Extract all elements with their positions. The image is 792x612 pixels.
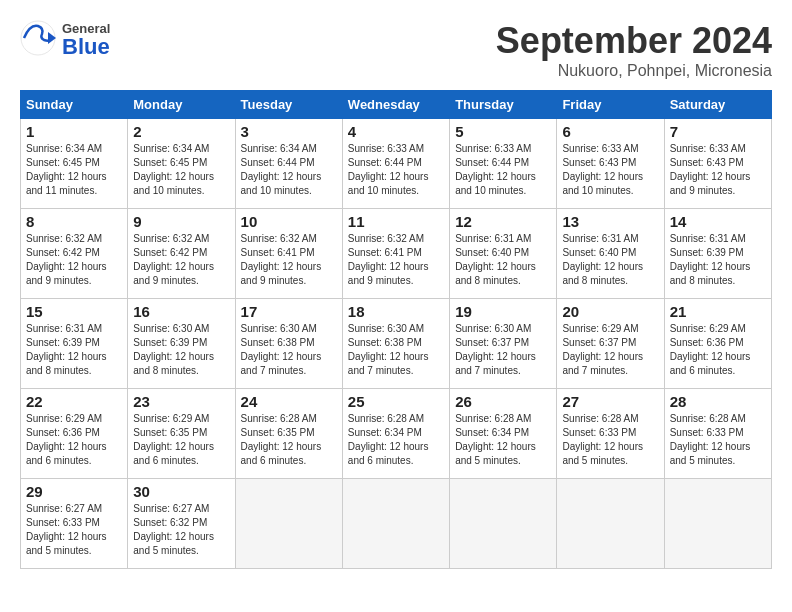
logo-blue-text: Blue (62, 36, 110, 58)
title-block: September 2024 Nukuoro, Pohnpei, Microne… (496, 20, 772, 80)
calendar-table: Sunday Monday Tuesday Wednesday Thursday… (20, 90, 772, 569)
week-3-row: 15 Sunrise: 6:31 AM Sunset: 6:39 PM Dayl… (21, 299, 772, 389)
day-18: 18 Sunrise: 6:30 AM Sunset: 6:38 PM Dayl… (342, 299, 449, 389)
location-text: Nukuoro, Pohnpei, Micronesia (496, 62, 772, 80)
days-header-row: Sunday Monday Tuesday Wednesday Thursday… (21, 91, 772, 119)
day-15: 15 Sunrise: 6:31 AM Sunset: 6:39 PM Dayl… (21, 299, 128, 389)
header-sunday: Sunday (21, 91, 128, 119)
header-monday: Monday (128, 91, 235, 119)
week-4-row: 22 Sunrise: 6:29 AM Sunset: 6:36 PM Dayl… (21, 389, 772, 479)
day-11: 11 Sunrise: 6:32 AM Sunset: 6:41 PM Dayl… (342, 209, 449, 299)
day-23: 23 Sunrise: 6:29 AM Sunset: 6:35 PM Dayl… (128, 389, 235, 479)
day-14: 14 Sunrise: 6:31 AM Sunset: 6:39 PM Dayl… (664, 209, 771, 299)
empty-cell-1 (235, 479, 342, 569)
header-friday: Friday (557, 91, 664, 119)
logo: General Blue (20, 20, 110, 60)
day-5: 5 Sunrise: 6:33 AM Sunset: 6:44 PM Dayli… (450, 119, 557, 209)
empty-cell-5 (664, 479, 771, 569)
empty-cell-4 (557, 479, 664, 569)
day-24: 24 Sunrise: 6:28 AM Sunset: 6:35 PM Dayl… (235, 389, 342, 479)
day-29: 29 Sunrise: 6:27 AM Sunset: 6:33 PM Dayl… (21, 479, 128, 569)
day-26: 26 Sunrise: 6:28 AM Sunset: 6:34 PM Dayl… (450, 389, 557, 479)
day-4: 4 Sunrise: 6:33 AM Sunset: 6:44 PM Dayli… (342, 119, 449, 209)
day-27: 27 Sunrise: 6:28 AM Sunset: 6:33 PM Dayl… (557, 389, 664, 479)
empty-cell-2 (342, 479, 449, 569)
day-8: 8 Sunrise: 6:32 AM Sunset: 6:42 PM Dayli… (21, 209, 128, 299)
day-1: 1 Sunrise: 6:34 AM Sunset: 6:45 PM Dayli… (21, 119, 128, 209)
day-21: 21 Sunrise: 6:29 AM Sunset: 6:36 PM Dayl… (664, 299, 771, 389)
week-5-row: 29 Sunrise: 6:27 AM Sunset: 6:33 PM Dayl… (21, 479, 772, 569)
day-12: 12 Sunrise: 6:31 AM Sunset: 6:40 PM Dayl… (450, 209, 557, 299)
day-28: 28 Sunrise: 6:28 AM Sunset: 6:33 PM Dayl… (664, 389, 771, 479)
day-16: 16 Sunrise: 6:30 AM Sunset: 6:39 PM Dayl… (128, 299, 235, 389)
day-3: 3 Sunrise: 6:34 AM Sunset: 6:44 PM Dayli… (235, 119, 342, 209)
day-30: 30 Sunrise: 6:27 AM Sunset: 6:32 PM Dayl… (128, 479, 235, 569)
day-10: 10 Sunrise: 6:32 AM Sunset: 6:41 PM Dayl… (235, 209, 342, 299)
page-header: General Blue September 2024 Nukuoro, Poh… (20, 20, 772, 80)
day-6: 6 Sunrise: 6:33 AM Sunset: 6:43 PM Dayli… (557, 119, 664, 209)
day-20: 20 Sunrise: 6:29 AM Sunset: 6:37 PM Dayl… (557, 299, 664, 389)
empty-cell-3 (450, 479, 557, 569)
header-saturday: Saturday (664, 91, 771, 119)
logo-icon (20, 20, 56, 60)
header-tuesday: Tuesday (235, 91, 342, 119)
day-25: 25 Sunrise: 6:28 AM Sunset: 6:34 PM Dayl… (342, 389, 449, 479)
day-9: 9 Sunrise: 6:32 AM Sunset: 6:42 PM Dayli… (128, 209, 235, 299)
day-7: 7 Sunrise: 6:33 AM Sunset: 6:43 PM Dayli… (664, 119, 771, 209)
day-17: 17 Sunrise: 6:30 AM Sunset: 6:38 PM Dayl… (235, 299, 342, 389)
logo-name: General Blue (62, 22, 110, 58)
week-2-row: 8 Sunrise: 6:32 AM Sunset: 6:42 PM Dayli… (21, 209, 772, 299)
header-thursday: Thursday (450, 91, 557, 119)
day-22: 22 Sunrise: 6:29 AM Sunset: 6:36 PM Dayl… (21, 389, 128, 479)
week-1-row: 1 Sunrise: 6:34 AM Sunset: 6:45 PM Dayli… (21, 119, 772, 209)
day-2: 2 Sunrise: 6:34 AM Sunset: 6:45 PM Dayli… (128, 119, 235, 209)
day-19: 19 Sunrise: 6:30 AM Sunset: 6:37 PM Dayl… (450, 299, 557, 389)
day-13: 13 Sunrise: 6:31 AM Sunset: 6:40 PM Dayl… (557, 209, 664, 299)
header-wednesday: Wednesday (342, 91, 449, 119)
month-title: September 2024 (496, 20, 772, 62)
